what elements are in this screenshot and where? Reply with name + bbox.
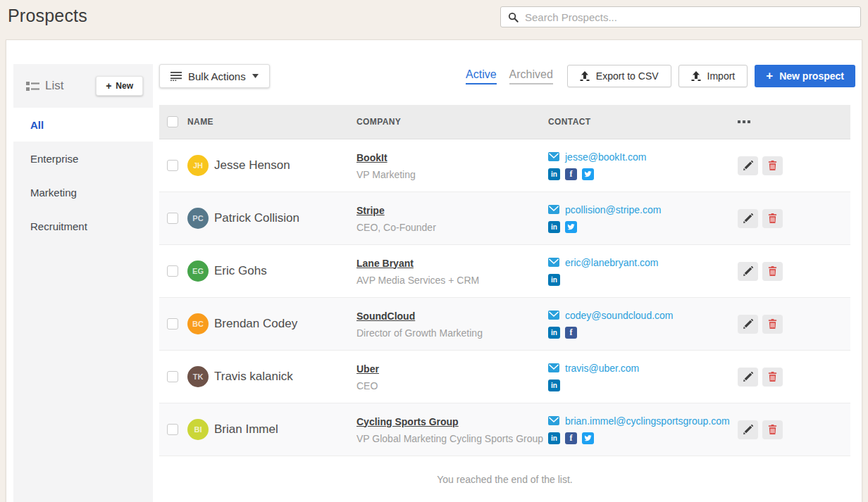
trash-icon bbox=[768, 319, 777, 329]
import-button[interactable]: Import bbox=[678, 65, 748, 87]
contact-cell: travis@uber.com in bbox=[548, 363, 738, 391]
contact-cell: codey@soundcloud.com inf bbox=[548, 310, 738, 339]
sidebar-item-recruitment[interactable]: Recruitment bbox=[13, 209, 153, 243]
job-title: VP Global Marketing Cycling Sports Group bbox=[356, 433, 548, 444]
bulk-actions-button[interactable]: Bulk Actions bbox=[159, 64, 270, 88]
company-link[interactable]: Uber bbox=[356, 363, 379, 375]
row-checkbox[interactable] bbox=[167, 371, 178, 382]
upload-icon bbox=[580, 71, 590, 81]
chevron-down-icon bbox=[252, 74, 259, 78]
company-link[interactable]: SoundCloud bbox=[356, 310, 415, 322]
trash-icon bbox=[768, 213, 777, 223]
sidebar-item-enterprise[interactable]: Enterprise bbox=[13, 142, 153, 175]
export-csv-button[interactable]: Export to CSV bbox=[567, 65, 671, 87]
company-link[interactable]: Cycling Sports Group bbox=[356, 416, 459, 427]
name-cell: BI Brian Immel bbox=[187, 419, 356, 440]
name-cell: PC Patrick Collision bbox=[187, 208, 356, 229]
edit-button[interactable] bbox=[738, 420, 758, 439]
delete-button[interactable] bbox=[762, 209, 783, 228]
new-prospect-button[interactable]: + New prospect bbox=[755, 65, 855, 87]
column-header-name: NAME bbox=[187, 117, 356, 127]
row-actions bbox=[738, 420, 850, 439]
linkedin-icon[interactable]: in bbox=[548, 432, 560, 444]
company-cell: Lane Bryant AVP Media Services + CRM bbox=[356, 257, 548, 286]
linkedin-icon[interactable]: in bbox=[548, 274, 560, 286]
twitter-icon[interactable] bbox=[582, 432, 594, 444]
sidebar-list: All Enterprise Marketing Recruitment bbox=[13, 108, 153, 243]
email-link[interactable]: travis@uber.com bbox=[548, 363, 738, 374]
new-list-button[interactable]: + New bbox=[96, 76, 143, 96]
twitter-icon[interactable] bbox=[565, 221, 577, 233]
edit-button[interactable] bbox=[738, 368, 758, 387]
edit-button[interactable] bbox=[738, 262, 758, 281]
avatar: TK bbox=[187, 366, 209, 387]
page-title: Prospects bbox=[8, 6, 87, 26]
facebook-icon[interactable]: f bbox=[565, 432, 577, 444]
avatar: BI bbox=[187, 419, 209, 440]
sidebar-item-marketing[interactable]: Marketing bbox=[13, 175, 153, 209]
column-header-company: COMPANY bbox=[356, 117, 548, 127]
row-checkbox[interactable] bbox=[167, 160, 178, 171]
delete-button[interactable] bbox=[762, 420, 783, 439]
delete-button[interactable] bbox=[762, 368, 783, 387]
email-link[interactable]: brian.immel@cyclingsportsgroup.com bbox=[548, 415, 738, 427]
top-header: Prospects bbox=[0, 0, 868, 34]
row-actions bbox=[738, 262, 850, 281]
email-link[interactable]: eric@lanebryant.com bbox=[548, 257, 738, 268]
row-checkbox[interactable] bbox=[167, 318, 178, 330]
tab-active[interactable]: Active bbox=[466, 68, 497, 84]
email-link[interactable]: jesse@bookIt.com bbox=[548, 151, 738, 163]
name-cell: EG Eric Gohs bbox=[187, 261, 356, 282]
social-links: in bbox=[548, 379, 738, 391]
company-link[interactable]: Lane Bryant bbox=[356, 258, 414, 269]
company-link[interactable]: BookIt bbox=[356, 152, 388, 163]
email-icon bbox=[548, 310, 559, 320]
row-checkbox[interactable] bbox=[167, 213, 178, 224]
table-row: EG Eric Gohs Lane Bryant AVP Media Servi… bbox=[159, 245, 850, 298]
company-cell: SoundCloud Director of Growth Marketing bbox=[356, 310, 548, 339]
row-actions bbox=[738, 368, 850, 387]
sidebar: List + New All Enterprise Marketing Recr… bbox=[13, 64, 153, 502]
edit-pencil-icon bbox=[743, 372, 753, 382]
email-link[interactable]: codey@soundcloud.com bbox=[548, 310, 738, 321]
facebook-icon[interactable]: f bbox=[565, 327, 577, 339]
linkedin-icon[interactable]: in bbox=[548, 327, 560, 339]
email-icon bbox=[548, 363, 559, 372]
edit-button[interactable] bbox=[738, 209, 758, 228]
row-checkbox[interactable] bbox=[167, 424, 178, 435]
row-checkbox[interactable] bbox=[167, 265, 178, 277]
job-title: CEO, Co-Founder bbox=[356, 222, 548, 233]
search-input[interactable] bbox=[525, 11, 853, 23]
tab-archived[interactable]: Archived bbox=[509, 68, 553, 84]
job-title: VP Marketing bbox=[356, 169, 548, 180]
linkedin-icon[interactable]: in bbox=[548, 168, 560, 180]
edit-button[interactable] bbox=[738, 315, 758, 334]
select-all-checkbox[interactable] bbox=[167, 116, 178, 127]
linkedin-icon[interactable]: in bbox=[548, 379, 560, 391]
job-title: CEO bbox=[356, 380, 548, 391]
main-area: Bulk Actions ActiveArchived Export to CS… bbox=[159, 64, 855, 502]
facebook-icon[interactable]: f bbox=[565, 168, 577, 180]
delete-button[interactable] bbox=[762, 315, 783, 334]
row-actions bbox=[738, 315, 850, 334]
company-link[interactable]: Stripe bbox=[356, 205, 385, 216]
upload-icon bbox=[691, 71, 701, 81]
list-icon bbox=[26, 81, 39, 92]
delete-button[interactable] bbox=[762, 156, 783, 175]
social-links: in bbox=[548, 274, 738, 286]
sidebar-item-all[interactable]: All bbox=[13, 108, 153, 142]
company-cell: Stripe CEO, Co-Founder bbox=[356, 204, 548, 233]
main-card: List + New All Enterprise Marketing Recr… bbox=[6, 39, 862, 502]
search-box[interactable] bbox=[500, 6, 861, 27]
social-links: inf bbox=[548, 327, 738, 339]
linkedin-icon[interactable]: in bbox=[548, 221, 560, 233]
twitter-icon[interactable] bbox=[582, 168, 594, 180]
delete-button[interactable] bbox=[762, 262, 783, 281]
edit-button[interactable] bbox=[738, 156, 758, 175]
email-link[interactable]: pcollision@stripe.com bbox=[548, 204, 738, 215]
trash-icon bbox=[768, 266, 777, 276]
sidebar-title: List bbox=[45, 79, 63, 93]
social-links: inf bbox=[548, 432, 738, 444]
email-icon bbox=[548, 152, 559, 161]
prospect-name: Patrick Collision bbox=[214, 211, 299, 225]
